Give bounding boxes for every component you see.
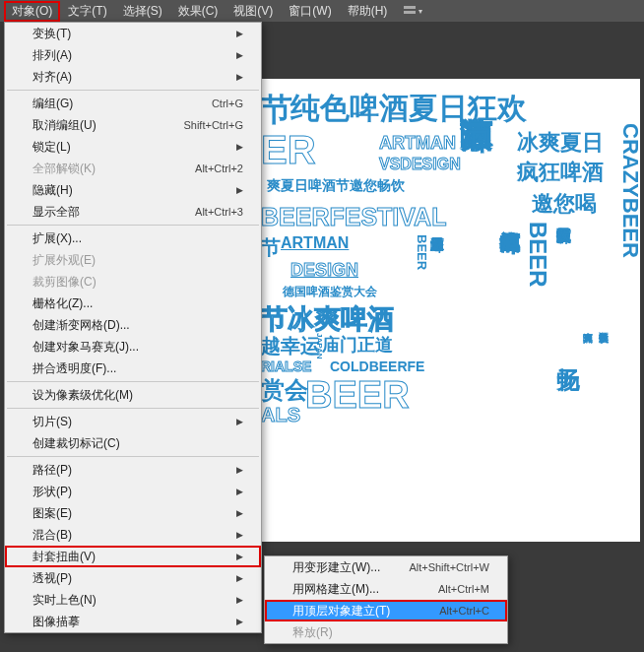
submenu-arrow-icon: ▶	[236, 417, 243, 426]
menubar-item[interactable]: 文字(T)	[60, 1, 114, 22]
menubar-item[interactable]: 对象(O)	[4, 1, 60, 22]
menu-item[interactable]: 路径(P)▶	[5, 459, 261, 481]
menubar-item[interactable]: 帮助(H)	[340, 1, 396, 22]
menu-separator	[7, 456, 259, 457]
menu-item[interactable]: 创建裁切标记(C)	[5, 432, 261, 454]
menu-item[interactable]: 形状(P)▶	[5, 481, 261, 502]
submenu-arrow-icon: ▶	[236, 142, 243, 152]
menu-item[interactable]: 图案(E)▶	[5, 502, 261, 524]
canvas-text: 疯狂啤酒	[517, 158, 604, 187]
menu-item-label: 创建对象马赛克(J)...	[32, 339, 139, 356]
menu-item-shortcut: Alt+Ctrl+3	[195, 206, 243, 218]
menubar: 对象(O)文字(T)选择(S)效果(C)视图(V)窗口(W)帮助(H)▾	[0, 0, 644, 22]
menu-item-label: 变换(T)	[32, 26, 71, 42]
menu-item[interactable]: 变换(T)▶	[5, 23, 261, 44]
menu-item[interactable]: 透视(P)▶	[5, 567, 261, 589]
menu-item[interactable]: 图像描摹▶	[5, 611, 261, 632]
submenu-arrow-icon: ▶	[236, 185, 243, 195]
menu-item[interactable]: 取消编组(U)Shift+Ctrl+G	[5, 114, 261, 136]
canvas-text: 节冰爽啤酒	[261, 301, 394, 337]
menubar-item[interactable]: 效果(C)	[170, 1, 226, 22]
menu-item[interactable]: 显示全部Alt+Ctrl+3	[5, 201, 261, 223]
menu-item-label: 裁剪图像(C)	[32, 274, 97, 291]
menu-item-label: 取消编组(U)	[32, 117, 97, 134]
submenu-item: 释放(R)	[265, 621, 507, 643]
menubar-item[interactable]: 视图(V)	[225, 1, 281, 22]
svg-rect-1	[404, 11, 416, 14]
menu-item[interactable]: 混合(B)▶	[5, 524, 261, 546]
canvas-text: 爽夏日啤酒节邀您畅饮	[267, 177, 405, 195]
menu-item-label: 对齐(A)	[32, 69, 72, 86]
canvas-text: ALS	[261, 404, 300, 426]
menu-item[interactable]: 切片(S)▶	[5, 411, 261, 432]
menu-item-label: 图案(E)	[32, 505, 72, 522]
menu-item-label: 栅格化(Z)...	[32, 295, 93, 312]
menu-item[interactable]: 扩展(X)...	[5, 228, 261, 249]
menu-item-label: 实时上色(N)	[32, 592, 97, 609]
menu-item-label: 透视(P)	[32, 570, 72, 587]
menu-item[interactable]: 隐藏(H)▶	[5, 179, 261, 201]
svg-rect-0	[404, 6, 416, 9]
menubar-item[interactable]: 窗口(W)	[281, 1, 339, 22]
menu-item-label: 混合(B)	[32, 527, 72, 544]
canvas-text: BEER	[415, 234, 429, 270]
menu-item-label: 扩展外观(E)	[32, 252, 96, 269]
menu-item[interactable]: 创建渐变网格(D)...	[5, 314, 261, 336]
menu-item[interactable]: 排列(A)▶	[5, 44, 261, 66]
menu-item[interactable]: 对齐(A)▶	[5, 66, 261, 88]
canvas-text: 冰爽夏日	[517, 128, 604, 158]
submenu-arrow-icon: ▶	[236, 530, 243, 540]
canvas-text: 邀您喝	[532, 189, 597, 219]
menu-item[interactable]: 设为像素级优化(M)	[5, 384, 261, 406]
submenu-item[interactable]: 用变形建立(W)...Alt+Shift+Ctrl+W	[265, 556, 507, 578]
submenu-arrow-icon: ▶	[236, 552, 243, 561]
canvas-text: BEER	[524, 222, 551, 288]
menu-item-shortcut: Ctrl+G	[212, 98, 243, 109]
menu-item-label: 切片(S)	[32, 414, 72, 430]
object-menu-dropdown: 变换(T)▶排列(A)▶对齐(A)▶编组(G)Ctrl+G取消编组(U)Shif…	[4, 22, 262, 633]
menu-item[interactable]: 创建对象马赛克(J)...	[5, 336, 261, 358]
submenu-item-label: 用变形建立(W)...	[292, 559, 380, 576]
menu-item[interactable]: 拼合透明度(F)...	[5, 358, 261, 379]
canvas[interactable]: 节纯色啤酒夏日狂欢ERARTMANVSDESIGN冰爽夏日疯狂啤酒爽夏日啤酒节邀…	[261, 79, 640, 542]
menu-item-label: 隐藏(H)	[32, 182, 73, 199]
menu-item[interactable]: 编组(G)Ctrl+G	[5, 93, 261, 114]
submenu-item[interactable]: 用顶层对象建立(T)Alt+Ctrl+C	[265, 600, 507, 621]
toolbar-widget-icon[interactable]: ▾	[403, 3, 432, 19]
menu-separator	[7, 225, 259, 226]
menu-item-label: 封套扭曲(V)	[32, 549, 96, 565]
menubar-item[interactable]: 选择(S)	[115, 1, 170, 22]
canvas-text: ARTMAN	[281, 234, 349, 252]
canvas-text: 纯色啤酒夏日狂欢	[290, 89, 527, 129]
canvas-text: BEER	[305, 374, 410, 417]
canvas-text: 庙门正道	[322, 333, 393, 357]
menu-separator	[7, 408, 259, 409]
menu-item-label: 全部解锁(K)	[32, 161, 96, 177]
menu-item[interactable]: 锁定(L)▶	[5, 136, 261, 158]
menu-item[interactable]: 栅格化(Z)...	[5, 293, 261, 314]
menu-item-shortcut: Shift+Ctrl+G	[183, 119, 243, 131]
envelope-distort-submenu: 用变形建立(W)...Alt+Shift+Ctrl+W用网格建立(M)...Al…	[264, 555, 508, 644]
menu-item[interactable]: 实时上色(N)▶	[5, 589, 261, 611]
menu-item-label: 排列(A)	[32, 47, 72, 64]
canvas-text: RIALSE	[261, 359, 311, 374]
menu-item-label: 创建渐变网格(D)...	[32, 317, 130, 334]
submenu-arrow-icon: ▶	[236, 72, 243, 82]
menu-item: 扩展外观(E)	[5, 249, 261, 271]
canvas-text: CRAZYBEER	[617, 123, 640, 258]
submenu-item-shortcut: Alt+Ctrl+M	[438, 583, 489, 595]
menu-item-label: 创建裁切标记(C)	[32, 435, 120, 452]
submenu-arrow-icon: ▶	[236, 487, 243, 496]
menu-separator	[7, 90, 259, 91]
menu-item-label: 扩展(X)...	[32, 230, 82, 247]
canvas-text: 节	[261, 89, 292, 132]
canvas-text: COLDBEERFE	[330, 359, 424, 374]
menu-item[interactable]: 封套扭曲(V)▶	[5, 546, 261, 567]
menu-item-label: 编组(G)	[32, 96, 73, 112]
submenu-arrow-icon: ▶	[236, 595, 243, 605]
menu-item-label: 路径(P)	[32, 462, 72, 479]
menu-item-shortcut: Alt+Ctrl+2	[195, 163, 243, 174]
canvas-text: 节	[261, 234, 281, 261]
canvas-text: ER	[261, 128, 316, 172]
submenu-item[interactable]: 用网格建立(M)...Alt+Ctrl+M	[265, 578, 507, 600]
